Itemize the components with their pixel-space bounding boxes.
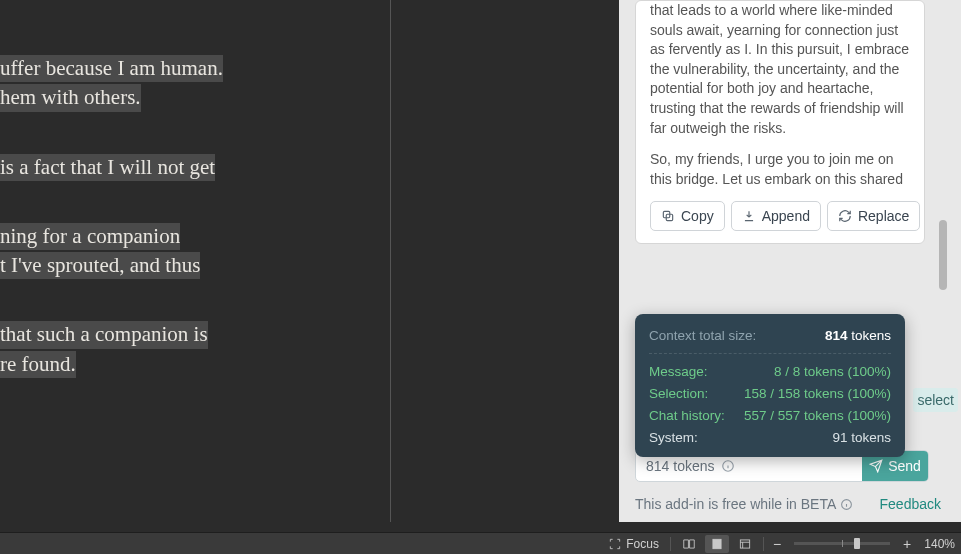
context-total-value: 814 tokens: [825, 328, 891, 343]
zoom-slider-thumb[interactable]: [854, 538, 860, 549]
zoom-percent[interactable]: 140%: [924, 537, 955, 551]
ai-side-panel: that leads to a world where like-minded …: [619, 0, 961, 522]
context-system-label: System:: [649, 430, 698, 445]
zoom-slider[interactable]: [794, 542, 890, 545]
ai-paragraph: So, my friends, I urge you to join me on…: [650, 150, 910, 189]
doc-text-line[interactable]: is a fact that I will not get: [0, 154, 215, 181]
info-icon: [840, 498, 853, 511]
send-label: Send: [888, 458, 921, 474]
ai-paragraph: that leads to a world where like-minded …: [650, 1, 910, 138]
context-chat-value: 557 / 557 tokens (100%): [744, 408, 891, 423]
panel-scrollbar-thumb[interactable]: [939, 220, 947, 290]
ai-response-text: that leads to a world where like-minded …: [650, 1, 910, 189]
context-selection-label: Selection:: [649, 386, 708, 401]
replace-button[interactable]: Replace: [827, 201, 920, 231]
send-icon: [869, 459, 883, 473]
feedback-link[interactable]: Feedback: [880, 496, 941, 512]
copy-button[interactable]: Copy: [650, 201, 725, 231]
print-layout-icon: [710, 537, 724, 551]
doc-text-line[interactable]: re found.: [0, 351, 76, 378]
panel-footer: This add-in is free while in BETA Feedba…: [635, 496, 941, 512]
status-divider: [670, 537, 671, 551]
focus-mode-button[interactable]: Focus: [603, 535, 664, 553]
ai-response-card: that leads to a world where like-minded …: [635, 0, 925, 244]
copy-icon: [661, 209, 675, 223]
ai-action-row: Copy Append Replace: [650, 201, 910, 231]
web-layout-button[interactable]: [733, 535, 757, 553]
focus-label: Focus: [626, 537, 659, 551]
context-system-value: 91 tokens: [832, 430, 891, 445]
replace-label: Replace: [858, 208, 909, 224]
context-size-tooltip: Context total size: 814 tokens Message: …: [635, 314, 905, 457]
focus-icon: [608, 537, 622, 551]
doc-text-line[interactable]: t I've sprouted, and thus: [0, 252, 200, 279]
append-icon: [742, 209, 756, 223]
svg-rect-5: [740, 539, 749, 547]
token-count-text: 814 tokens: [646, 458, 715, 474]
status-bar: Focus − + 140%: [0, 532, 961, 554]
doc-text-line[interactable]: that such a companion is: [0, 321, 208, 348]
context-message-label: Message:: [649, 364, 708, 379]
read-mode-button[interactable]: [677, 535, 701, 553]
print-layout-button[interactable]: [705, 535, 729, 553]
doc-text-line[interactable]: ning for a companion: [0, 223, 180, 250]
status-divider: [763, 537, 764, 551]
context-selection-value: 158 / 158 tokens (100%): [744, 386, 891, 401]
document-canvas: uffer because I am human. hem with other…: [0, 0, 391, 522]
append-label: Append: [762, 208, 810, 224]
copy-label: Copy: [681, 208, 714, 224]
canvas-gap: [391, 0, 619, 522]
zoom-out-button[interactable]: −: [770, 536, 784, 552]
beta-notice: This add-in is free while in BETA: [635, 496, 836, 512]
read-mode-icon: [682, 537, 696, 551]
doc-text-line[interactable]: uffer because I am human.: [0, 55, 223, 82]
zoom-in-button[interactable]: +: [900, 536, 914, 552]
replace-icon: [838, 209, 852, 223]
zoom-slider-midtick: [842, 540, 843, 547]
select-chip-partial[interactable]: select: [913, 388, 958, 412]
web-layout-icon: [738, 537, 752, 551]
context-total-label: Context total size:: [649, 328, 756, 343]
info-icon: [721, 459, 735, 473]
context-message-value: 8 / 8 tokens (100%): [774, 364, 891, 379]
context-chat-label: Chat history:: [649, 408, 725, 423]
doc-text-line[interactable]: hem with others.: [0, 84, 141, 111]
append-button[interactable]: Append: [731, 201, 821, 231]
